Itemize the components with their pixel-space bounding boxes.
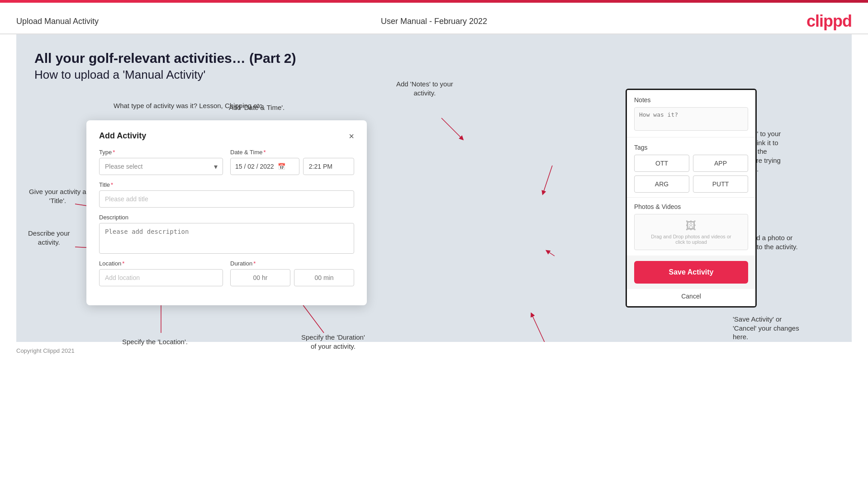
photos-label: Photos & Videos [634, 203, 748, 210]
title-input[interactable] [99, 190, 354, 208]
svg-line-6 [441, 118, 462, 138]
photos-upload-area[interactable]: 🖼 Drag and Drop photos and videos orclic… [634, 214, 748, 250]
type-group: Type* Please select [99, 149, 223, 175]
logo: clippd [806, 12, 852, 31]
time-input[interactable]: 2:21 PM [303, 158, 354, 175]
save-activity-button[interactable]: Save Activity [634, 261, 748, 284]
annotation-notes: Add 'Notes' to youractivity. [396, 80, 453, 97]
annotation-datetime: Add 'Date & Time'. [229, 103, 285, 112]
annotation-duration: Specify the 'Duration'of your activity. [301, 333, 365, 351]
duration-group: Duration* [230, 260, 354, 286]
type-select[interactable]: Please select [99, 158, 223, 175]
svg-line-9 [532, 315, 545, 342]
type-label: Type* [99, 149, 223, 156]
photos-section: Photos & Videos 🖼 Drag and Drop photos a… [627, 197, 755, 256]
description-label: Description [99, 214, 354, 221]
date-input[interactable]: 15 / 02 / 2022 📅 [230, 158, 299, 175]
main-area: All your golf-relevant activities… (Part… [16, 34, 852, 342]
dialog-header: Add Activity × [99, 131, 354, 141]
add-activity-dialog: Add Activity × Type* Please select Date … [86, 120, 367, 305]
tag-putt[interactable]: PUTT [693, 175, 748, 193]
duration-min-input[interactable] [294, 269, 354, 286]
annotation-title: Give your activity a'Title'. [29, 187, 86, 205]
tag-app[interactable]: APP [693, 155, 748, 172]
duration-hr-input[interactable] [230, 269, 290, 286]
svg-line-7 [543, 166, 552, 193]
annotation-location: Specify the 'Location'. [122, 337, 188, 346]
datetime-inputs: 15 / 02 / 2022 📅 2:21 PM [230, 158, 354, 175]
manual-subtitle: User Manual - February 2022 [381, 17, 487, 26]
duration-label: Duration* [230, 260, 354, 267]
calendar-icon[interactable]: 📅 [278, 163, 285, 170]
photo-icon: 🖼 [686, 219, 697, 232]
datetime-group: Date & Time* 15 / 02 / 2022 📅 2:21 PM [230, 149, 354, 175]
description-textarea[interactable] [99, 223, 354, 254]
duration-inputs [230, 269, 354, 286]
annotation-save-cancel: 'Save Activity' or'Cancel' your changesh… [733, 315, 830, 341]
close-button[interactable]: × [349, 132, 354, 141]
cancel-button[interactable]: Cancel [627, 289, 755, 306]
svg-line-8 [548, 251, 555, 256]
tag-ott[interactable]: OTT [634, 155, 689, 172]
notes-section: Notes [627, 90, 755, 137]
location-input[interactable] [99, 269, 223, 286]
tags-section: Tags OTT APP ARG PUTT [627, 137, 755, 197]
main-title: All your golf-relevant activities… (Part… [34, 51, 834, 66]
tags-label: Tags [634, 144, 748, 151]
time-value: 2:21 PM [309, 163, 332, 170]
annotation-describe: Describe youractivity. [28, 229, 70, 246]
top-bar: Upload Manual Activity User Manual - Feb… [0, 3, 868, 34]
type-required: * [113, 149, 115, 156]
location-duration-row: Location* Duration* [99, 260, 354, 286]
right-panel: Notes Tags OTT APP ARG PUTT Photos & Vid… [626, 89, 757, 308]
page-title: Upload Manual Activity [16, 17, 99, 26]
location-group: Location* [99, 260, 223, 286]
title-group: Title* [99, 181, 354, 208]
type-datetime-row: Type* Please select Date & Time* 15 / 02… [99, 149, 354, 175]
tags-grid: OTT APP ARG PUTT [634, 155, 748, 193]
description-group: Description [99, 214, 354, 254]
date-value: 15 / 02 / 2022 [235, 163, 274, 170]
tag-arg[interactable]: ARG [634, 175, 689, 193]
dialog-title: Add Activity [99, 131, 146, 141]
location-label: Location* [99, 260, 223, 267]
photos-upload-text: Drag and Drop photos and videos orclick … [651, 234, 731, 245]
type-select-wrapper[interactable]: Please select [99, 158, 223, 175]
notes-label: Notes [634, 96, 748, 104]
notes-textarea[interactable] [634, 107, 748, 131]
datetime-label: Date & Time* [230, 149, 354, 156]
title-label: Title* [99, 181, 354, 188]
